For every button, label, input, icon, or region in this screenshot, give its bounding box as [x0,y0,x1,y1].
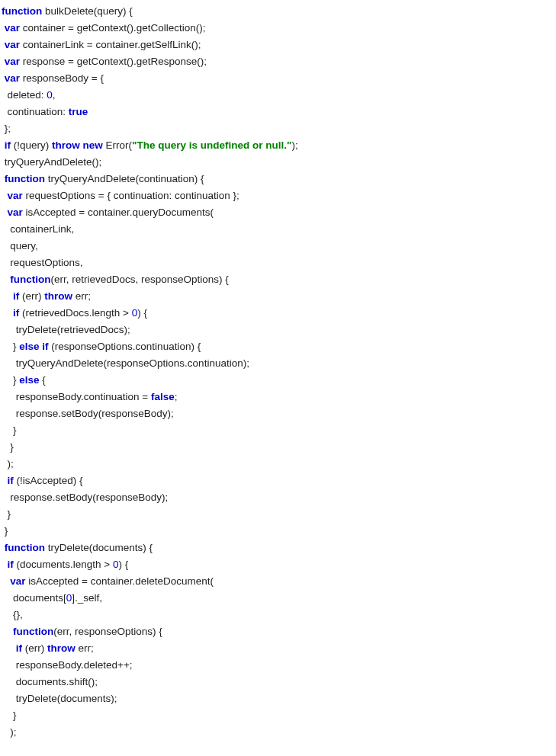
kw: if [16,642,22,654]
t: ); [291,139,297,151]
kw: if [5,139,11,151]
kw: function [5,173,45,184]
t: ) { [118,559,128,570]
t: } [2,374,19,386]
t: } [2,341,19,352]
kw: if [8,559,14,570]
kw: function [13,626,53,637]
t: } [2,710,17,721]
t: (err) [22,642,47,654]
kw: else [19,374,39,386]
t: (responseOptions.continuation) { [49,341,201,352]
t: ; [175,391,178,402]
kw: true [69,106,88,117]
t: responseBody.deleted++; [2,659,133,671]
t: requestOptions = { continuation: continu… [23,190,239,201]
t: err; [76,642,94,654]
kw: var [5,56,20,67]
t: documents.shift(); [2,676,98,687]
t: { [40,374,46,386]
t: deleted: [2,89,47,101]
t: isAccepted = container.queryDocuments( [23,207,214,218]
kw: throw [52,139,80,151]
kw: var [5,39,20,50]
t: Error( [103,139,132,151]
t: query, [2,240,38,251]
t: tryDelete(documents) { [45,542,153,553]
code-block: function bulkDelete(query) { var contain… [0,0,556,744]
t: response = getContext().getResponse(); [20,56,207,67]
t: response.setBody(responseBody); [2,408,174,419]
t: (err, responseOptions) { [53,626,162,637]
t: (err, retrievedDocs, responseOptions) { [51,274,229,285]
t: containerLink, [2,223,74,235]
kw: throw [44,290,72,302]
kw: if [8,475,14,486]
kw: var [8,190,23,201]
t: responseBody = { [20,72,104,84]
t: response.setBody(responseBody); [2,492,168,503]
t: container = getContext().getCollection()… [20,22,206,34]
t: isAccepted = container.deleteDocument( [26,575,214,587]
t: (documents.length > [14,559,113,570]
t: bulkDelete(query) { [42,5,133,17]
t: } [2,508,11,520]
t: } [2,441,14,453]
t: tryDelete(documents); [2,693,117,704]
kw: function [10,274,50,285]
t: (err) [19,290,44,302]
t: tryQueryAndDelete(continuation) { [45,173,204,184]
kw: false [151,391,175,402]
t: (retrievedDocs.length > [19,307,131,319]
kw: var [10,575,25,587]
kw: var [5,72,20,84]
kw: throw [47,642,76,654]
num: 0 [47,89,53,101]
t: ); [2,726,17,738]
t: err; [72,290,91,302]
t: continuation: [2,106,69,117]
t: tryDelete(retrievedDocs); [2,324,130,335]
t: } [2,525,8,537]
t: } [2,424,17,436]
t: containerLink = container.getSelfLink(); [20,39,201,50]
t: (!query) [11,139,52,151]
t: {}, [2,609,23,620]
t: (!isAccepted) { [14,475,83,486]
kw: function [5,542,45,553]
kw: function [2,5,42,17]
t: responseBody.continuation = [2,391,151,402]
t: }; [2,123,11,134]
t: documents[ [2,592,66,604]
t: tryQueryAndDelete(responseOptions.contin… [2,357,249,369]
t: tryQueryAndDelete(); [2,156,101,168]
str: "The query is undefined or null." [132,139,291,151]
t: ) { [137,307,147,319]
kw: else if [19,341,48,352]
t: ]._self, [72,592,102,604]
t: requestOptions, [2,257,83,268]
kw: var [5,22,20,34]
t: , [53,89,56,101]
t: ); [2,458,14,469]
kw: new [83,139,103,151]
kw: var [8,207,23,218]
